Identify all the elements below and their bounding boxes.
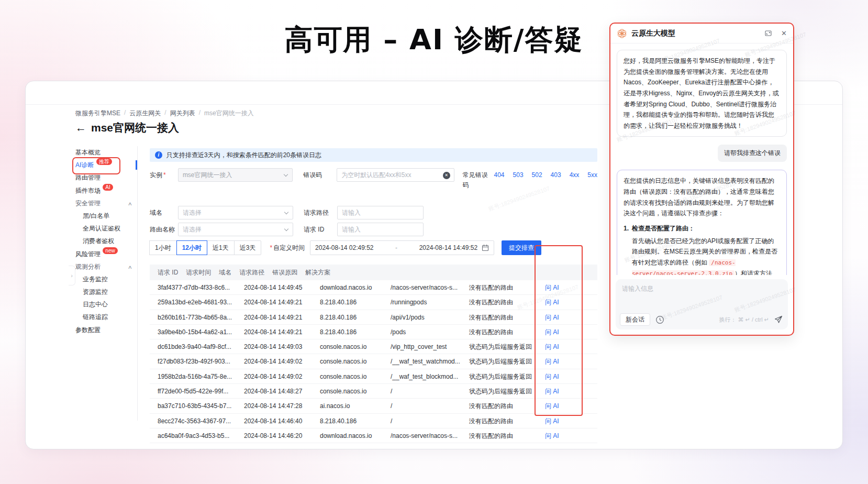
common-code-link[interactable]: 503	[513, 168, 524, 182]
error-code-input[interactable]: 为空时默认匹配4xx和5xx	[337, 168, 454, 182]
cell-request-id: ba37c710-63b5-4345-b7...	[150, 399, 236, 413]
calendar-icon[interactable]	[482, 244, 489, 251]
step-title: 检查是否配置了路由：	[632, 223, 780, 234]
submit-button[interactable]: 提交排查	[502, 240, 541, 255]
sidebar-item-label: 风险管理	[75, 250, 101, 258]
sidebar-item[interactable]: 消费者鉴权	[75, 235, 137, 247]
chat-input-placeholder: 请输入信息	[622, 284, 653, 293]
ask-ai-link[interactable]: 问 AI	[545, 299, 559, 306]
end-datetime[interactable]: 2024-08-14 14:49:52	[419, 244, 477, 251]
sidebar-item-label: 业务监控	[83, 276, 108, 283]
custom-time-label: *自定义时间	[270, 244, 305, 252]
cell-domain: 8.218.40.186	[312, 414, 383, 428]
newline-hint: 换行： ⌘ ↵ / ctrl ↵	[719, 316, 769, 324]
ask-ai-link[interactable]: 问 AI	[545, 358, 559, 365]
path-input[interactable]: 请输入	[337, 206, 424, 219]
ask-ai-link[interactable]: 问 AI	[545, 328, 559, 336]
breadcrumb-label[interactable]: 网关列表	[170, 109, 195, 118]
common-code-link[interactable]: 403	[551, 168, 561, 182]
cell-request-id: b260b161-773b-4b65-8a...	[150, 310, 236, 324]
start-datetime[interactable]: 2024-08-14 02:49:52	[315, 244, 373, 251]
ask-ai-link[interactable]: 问 AI	[545, 388, 559, 395]
time-range-button[interactable]: 12小时	[176, 240, 207, 255]
time-range-button[interactable]: 近3天	[234, 240, 262, 255]
domain-label: 域名	[150, 206, 174, 219]
cell-request-id: ac64ba0f-9ac3-4d53-b5...	[150, 428, 236, 443]
error-log-table: 请求 ID 请求时间 域名 请求路径 错误原因 解决方案	[150, 265, 597, 451]
ask-ai-link[interactable]: 问 AI	[545, 343, 559, 350]
table-column-header: 请求路径	[231, 265, 264, 280]
request-id-placeholder: 请输入	[342, 226, 361, 233]
ask-ai-link[interactable]: 问 AI	[545, 402, 559, 410]
instance-select[interactable]: mse官网统一接入	[178, 168, 293, 182]
path-input-placeholder: 请输入	[342, 209, 361, 216]
new-session-button[interactable]: 新会话	[620, 313, 650, 326]
cell-error-reason: 没有匹配的路由	[461, 428, 537, 443]
sidebar-collapse-handle[interactable]: ›	[69, 266, 75, 285]
filter-row-1: 实例* mse官网统一接入 错误码 为空时默认匹配4xx和5xx 常见错误码 4…	[150, 168, 597, 190]
sidebar-item-label: 黑/白名单	[83, 212, 109, 219]
sidebar-item[interactable]: 日志中心	[75, 298, 137, 311]
console-page-header: ← mse官网统一接入	[75, 120, 179, 135]
common-code-link[interactable]: 404	[494, 168, 505, 182]
sidebar-item[interactable]: 业务监控	[75, 273, 137, 285]
ai-response-message: 在您提供的日志信息中，关键错误信息表明没有匹配的路由（错误原因：没有匹配的路由）…	[617, 170, 787, 275]
time-range-button[interactable]: 近1天	[207, 240, 235, 255]
date-range-picker[interactable]: 2024-08-14 02:49:52 - 2024-08-14 14:49:5…	[310, 240, 494, 255]
sidebar-item[interactable]: 观测分析	[75, 260, 137, 273]
back-arrow-icon[interactable]: ←	[75, 122, 86, 134]
breadcrumb-label[interactable]: 微服务引擎MSE	[75, 109, 120, 118]
cell-error-reason: 状态码为后端服务返回	[461, 339, 537, 354]
ask-ai-link[interactable]: 问 AI	[545, 373, 559, 380]
sidebar-item[interactable]: 资源监控	[75, 285, 137, 298]
sidebar-item-label: 全局认证鉴权	[83, 225, 120, 232]
ai-response-intro: 在您提供的日志信息中，关键错误信息表明没有匹配的路由（错误原因：没有匹配的路由）…	[624, 175, 780, 219]
sidebar-item[interactable]: 链路追踪	[75, 311, 137, 323]
ask-ai-link[interactable]: 问 AI	[545, 284, 559, 291]
breadcrumb-label[interactable]: mse官网统一接入	[204, 109, 254, 118]
cell-domain: console.nacos.io	[312, 369, 383, 383]
common-code-link[interactable]: 4xx	[570, 168, 580, 182]
filter-row-2: 域名 请选择 请求路径 请输入	[150, 206, 597, 219]
sidebar-item[interactable]: 插件市场 AI	[75, 184, 137, 197]
breadcrumb-item[interactable]: 云原生网关 /	[129, 109, 166, 118]
path-label: 请求路径	[304, 206, 333, 219]
send-icon[interactable]	[774, 315, 783, 324]
breadcrumb-item[interactable]: 网关列表 /	[170, 109, 201, 118]
table-row: 1958b2da-516b-4a75-8e... 2024-08-14 14:4…	[150, 369, 597, 384]
ask-ai-link[interactable]: 问 AI	[545, 314, 559, 321]
sidebar-item-label: 观测分析	[75, 263, 101, 270]
domain-select-placeholder: 请选择	[183, 209, 202, 216]
close-icon[interactable]: ✕	[781, 29, 787, 37]
common-code-link[interactable]: 5xx	[587, 168, 597, 182]
sidebar-item[interactable]: 参数配置	[75, 324, 137, 336]
ai-assistant-panel: 云原生大模型 ✕ 您好，我是阿里云微服务引擎MSE的智能助理，专注于为您提供全面…	[609, 23, 794, 336]
sidebar-item-badge: new	[103, 247, 117, 254]
ai-chat-input[interactable]: 请输入信息 新会话 换行： ⌘ ↵ / ctrl ↵	[616, 279, 788, 329]
ask-ai-link[interactable]: 问 AI	[545, 417, 559, 425]
request-id-input[interactable]: 请输入	[337, 223, 424, 236]
expand-icon[interactable]	[765, 30, 772, 37]
sidebar-item[interactable]: 安全管理	[75, 197, 137, 210]
cell-path: /nacos-server/nacos-s...	[383, 280, 461, 294]
breadcrumb-label[interactable]: 云原生网关	[129, 109, 161, 118]
ask-ai-link[interactable]: 问 AI	[545, 432, 559, 439]
sidebar-item[interactable]: 路由管理	[75, 171, 137, 184]
breadcrumb-item[interactable]: mse官网统一接入 /	[204, 109, 254, 118]
ai-response-steps: 检查是否配置了路由： 首先确认您是否已经为您的API或服务配置了正确的路由规则。…	[624, 223, 780, 275]
domain-select[interactable]: 请选择	[178, 206, 293, 219]
sidebar-item[interactable]: AI诊断 推荐	[75, 159, 137, 171]
history-clock-icon[interactable]	[655, 315, 664, 324]
breadcrumb-item[interactable]: 微服务引擎MSE /	[75, 109, 126, 118]
route-select[interactable]: 请选择	[178, 223, 293, 236]
clear-icon[interactable]	[443, 172, 450, 179]
sidebar-item[interactable]: 黑/白名单	[75, 210, 137, 222]
sidebar-item[interactable]: 基本概览	[75, 146, 137, 159]
sidebar-item[interactable]: 风险管理 new	[75, 248, 137, 260]
table-column-header: 错误原因	[264, 265, 297, 280]
cell-domain: download.nacos.io	[312, 280, 383, 294]
sidebar-item[interactable]: 全局认证鉴权	[75, 222, 137, 235]
common-code-link[interactable]: 502	[532, 168, 542, 182]
time-range-button[interactable]: 1小时	[149, 240, 177, 255]
chevron-down-icon	[284, 172, 288, 177]
